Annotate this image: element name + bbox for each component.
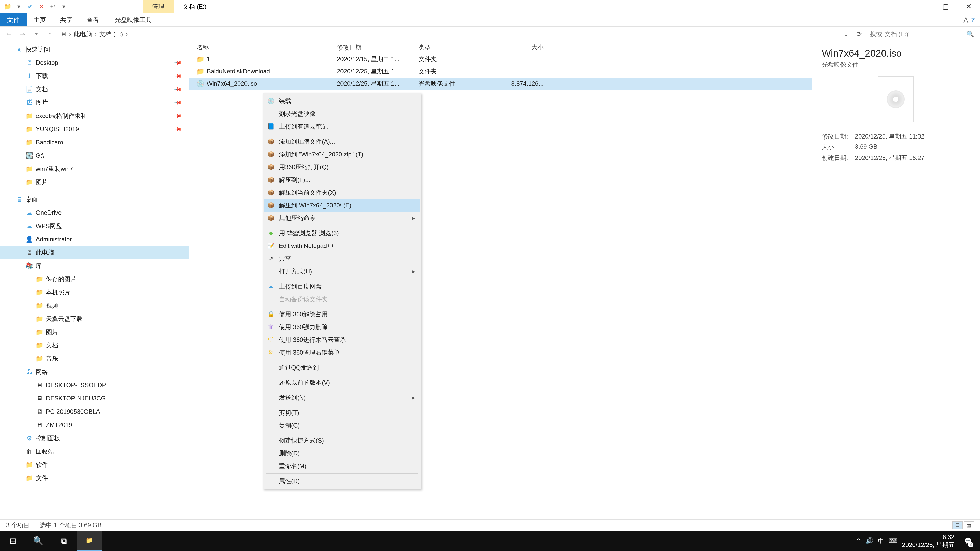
tray-overflow-icon[interactable]: ⌃ bbox=[856, 537, 861, 545]
delete-icon[interactable]: ✕ bbox=[37, 2, 46, 11]
tree-local-pics[interactable]: 📁本机照片 bbox=[0, 286, 189, 299]
menu-add-zip[interactable]: 📦添加到 "Win7x64_2020.zip" (T) bbox=[264, 148, 420, 161]
tree-yunqishi[interactable]: 📁YUNQISHI2019📌 bbox=[0, 122, 189, 136]
menu-add-archive[interactable]: 📦添加到压缩文件(A)... bbox=[264, 135, 420, 148]
breadcrumb-thispc[interactable]: 此电脑 bbox=[74, 30, 92, 38]
col-date[interactable]: 修改日期 bbox=[337, 43, 418, 52]
search-input[interactable] bbox=[870, 30, 966, 38]
qat-dropdown-icon[interactable]: ▾ bbox=[59, 2, 68, 11]
tree-doc3[interactable]: 📁文档 bbox=[0, 339, 189, 352]
file-row[interactable]: 📁1 2020/12/15, 星期二 1... 文件夹 bbox=[189, 53, 811, 65]
menu-cut[interactable]: 剪切(T) bbox=[264, 407, 420, 419]
menu-mount[interactable]: 💿装载 bbox=[264, 95, 420, 107]
tree-pc3[interactable]: 🖥PC-20190530OBLA bbox=[0, 405, 189, 418]
search-button[interactable]: 🔍 bbox=[25, 530, 51, 551]
menu-bee-browser[interactable]: ◆用 蜂蜜浏览器 浏览(3) bbox=[264, 227, 420, 240]
tab-view[interactable]: 查看 bbox=[80, 13, 106, 26]
search-box[interactable]: 🔍 bbox=[867, 29, 977, 40]
menu-restore-version[interactable]: 还原以前的版本(V) bbox=[264, 376, 420, 389]
up-button[interactable]: ↑ bbox=[45, 29, 56, 40]
menu-360-manage[interactable]: ⚙使用 360管理右键菜单 bbox=[264, 346, 420, 359]
start-button[interactable]: ⊞ bbox=[0, 530, 25, 551]
explorer-taskbar-button[interactable]: 📁 bbox=[76, 530, 102, 551]
menu-baidu-upload[interactable]: ☁上传到百度网盘 bbox=[264, 280, 420, 293]
tree-pic2[interactable]: 📁图片 bbox=[0, 176, 189, 189]
tree-downloads[interactable]: ⬇下载📌 bbox=[0, 69, 189, 83]
menu-extract-to[interactable]: 📦解压到 Win7x64_2020\ (E) bbox=[264, 199, 420, 212]
file-row[interactable]: 📁BaiduNetdiskDownload 2020/12/25, 星期五 1.… bbox=[189, 65, 811, 78]
view-icons-button[interactable]: ▦ bbox=[964, 521, 974, 529]
menu-youdao[interactable]: 📘上传到有道云笔记 bbox=[264, 120, 420, 133]
minimize-button[interactable]: — bbox=[911, 0, 934, 13]
maximize-button[interactable]: ▢ bbox=[934, 0, 957, 13]
tree-pictures[interactable]: 🖼图片📌 bbox=[0, 96, 189, 109]
tree-control-panel[interactable]: ⚙控制面板 bbox=[0, 432, 189, 445]
help-icon[interactable]: ? bbox=[971, 16, 975, 24]
menu-qq-send[interactable]: 通过QQ发送到 bbox=[264, 361, 420, 374]
tab-home[interactable]: 主页 bbox=[27, 13, 53, 26]
tree-admin[interactable]: 👤Administrator bbox=[0, 233, 189, 246]
tab-file[interactable]: 文件 bbox=[0, 13, 27, 26]
tab-disc-image-tools[interactable]: 光盘映像工具 bbox=[108, 13, 159, 26]
tree-bandicam[interactable]: 📁Bandicam bbox=[0, 136, 189, 149]
tree-pc4[interactable]: 🖥ZMT2019 bbox=[0, 418, 189, 432]
action-center-button[interactable]: 💬3 bbox=[959, 530, 977, 551]
menu-create-shortcut[interactable]: 创建快捷方式(S) bbox=[264, 434, 420, 447]
tree-saved-pics[interactable]: 📁保存的图片 bbox=[0, 272, 189, 286]
col-name[interactable]: 名称 bbox=[189, 43, 337, 52]
tree-documents[interactable]: 📄文档📌 bbox=[0, 83, 189, 96]
history-dropdown-icon[interactable]: ▾ bbox=[30, 29, 42, 40]
tree-tianyi[interactable]: 📁天翼云盘下载 bbox=[0, 312, 189, 326]
view-details-button[interactable]: ☰ bbox=[953, 521, 963, 529]
back-button[interactable]: ← bbox=[3, 29, 14, 40]
menu-open-with[interactable]: 打开方式(H)▸ bbox=[264, 265, 420, 278]
task-view-button[interactable]: ⧉ bbox=[51, 530, 76, 551]
breadcrumb-dropdown-icon[interactable]: ⌄ bbox=[843, 30, 849, 38]
tree-video[interactable]: 📁视频 bbox=[0, 299, 189, 312]
close-button[interactable]: ✕ bbox=[957, 0, 980, 13]
ime-indicator[interactable]: 中 bbox=[878, 537, 884, 545]
menu-other-archive[interactable]: 📦其他压缩命令▸ bbox=[264, 212, 420, 224]
file-row-selected[interactable]: 💿Win7x64_2020.iso 2020/12/25, 星期五 1... 光… bbox=[189, 78, 811, 90]
tab-share[interactable]: 共享 bbox=[53, 13, 80, 26]
col-size[interactable]: 大小 bbox=[487, 43, 551, 52]
volume-icon[interactable]: 🔊 bbox=[865, 537, 873, 545]
tree-desktop-root[interactable]: 🖥桌面 bbox=[0, 193, 189, 206]
tree-wps[interactable]: ☁WPS网盘 bbox=[0, 219, 189, 233]
menu-delete[interactable]: 删除(D) bbox=[264, 447, 420, 460]
menu-360-scan[interactable]: 🛡使用 360进行木马云查杀 bbox=[264, 333, 420, 346]
tree-pc2[interactable]: 🖥DESKTOP-NJEU3CG bbox=[0, 392, 189, 405]
refresh-button[interactable]: ⟳ bbox=[853, 29, 865, 40]
ribbon-collapse-icon[interactable]: ⋀ bbox=[963, 16, 969, 24]
tree-music[interactable]: 📁音乐 bbox=[0, 352, 189, 365]
undo-icon[interactable]: ↶ bbox=[48, 2, 57, 11]
breadcrumb[interactable]: 🖥 此电脑 文档 (E:) ⌄ bbox=[58, 29, 851, 40]
menu-copy[interactable]: 复制(C) bbox=[264, 419, 420, 432]
tree-recycle[interactable]: 🗑回收站 bbox=[0, 445, 189, 458]
ime-icon[interactable]: ⌨ bbox=[889, 537, 897, 545]
menu-extract-f[interactable]: 📦解压到(F)... bbox=[264, 173, 420, 186]
menu-properties[interactable]: 属性(R) bbox=[264, 475, 420, 487]
tree-g-drive[interactable]: 💽G:\ bbox=[0, 149, 189, 162]
tree-onedrive[interactable]: ☁OneDrive bbox=[0, 206, 189, 219]
menu-extract-here[interactable]: 📦解压到当前文件夹(X) bbox=[264, 186, 420, 199]
breadcrumb-drive[interactable]: 文档 (E:) bbox=[99, 30, 123, 38]
menu-burn[interactable]: 刻录光盘映像 bbox=[264, 107, 420, 120]
tree-pic3[interactable]: 📁图片 bbox=[0, 326, 189, 339]
menu-rename[interactable]: 重命名(M) bbox=[264, 460, 420, 472]
tree-excel[interactable]: 📁excel表格制作求和📌 bbox=[0, 109, 189, 122]
menu-open-360[interactable]: 📦用360压缩打开(Q) bbox=[264, 161, 420, 173]
menu-notepad-pp[interactable]: 📝Edit with Notepad++ bbox=[264, 240, 420, 252]
tree-quick-access[interactable]: ★快速访问 bbox=[0, 43, 189, 56]
tree-network[interactable]: 🖧网络 bbox=[0, 365, 189, 379]
menu-share[interactable]: ↗共享 bbox=[264, 252, 420, 265]
forward-button[interactable]: → bbox=[17, 29, 28, 40]
search-icon[interactable]: 🔍 bbox=[966, 30, 974, 38]
context-tab-manage[interactable]: 管理 bbox=[143, 0, 173, 13]
tree-desktop[interactable]: 🖥Desktop📌 bbox=[0, 56, 189, 69]
tree-files[interactable]: 📁文件 bbox=[0, 472, 189, 485]
tree-this-pc[interactable]: 🖥此电脑 bbox=[0, 246, 189, 259]
menu-360-unlock[interactable]: 🔒使用 360解除占用 bbox=[264, 308, 420, 321]
tree-pc1[interactable]: 🖥DESKTOP-LSSOEDP bbox=[0, 379, 189, 392]
tree-libraries[interactable]: 📚库 bbox=[0, 259, 189, 272]
